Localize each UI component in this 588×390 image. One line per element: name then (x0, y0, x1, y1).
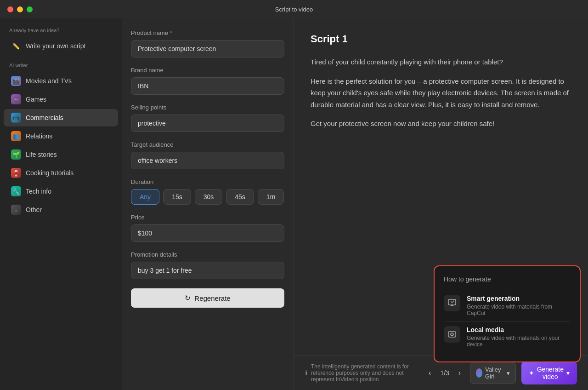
product-name-group: Product name * (131, 29, 284, 57)
sidebar-item-other[interactable]: ≡ Other (4, 201, 118, 218)
script-paragraph-2: Here is the perfect solution for you – a… (311, 75, 571, 111)
sidebar-item-life-stories[interactable]: 🌱 Life stories (4, 146, 118, 163)
sidebar-item-label: Tech info (26, 188, 51, 195)
script-nav: ‹ 1/3 › (425, 367, 464, 379)
chevron-down-icon: ▾ (507, 370, 510, 377)
cooking-icon: 🍷 (11, 168, 21, 178)
pencil-icon: ✏️ (11, 41, 21, 51)
duration-1m-btn[interactable]: 1m (258, 189, 284, 205)
titlebar-title: Script to video (275, 6, 313, 13)
sidebar-item-write-script[interactable]: ✏️ Write your own script (4, 37, 118, 55)
generate-popup: How to generate Smart generation Generat… (434, 265, 581, 362)
smart-generation-option[interactable]: Smart generation Generate video with mat… (444, 290, 571, 321)
target-audience-group: Target audience (131, 141, 284, 169)
duration-30s-btn[interactable]: 30s (195, 189, 223, 205)
product-name-input[interactable] (131, 40, 284, 57)
smart-gen-desc: Generate video with materials from CapCu… (467, 304, 571, 316)
nav-next-button[interactable]: › (455, 367, 464, 379)
other-icon: ≡ (11, 205, 21, 215)
script-panel: Script 1 Tired of your child constantly … (294, 18, 588, 390)
minimize-button[interactable] (17, 6, 23, 12)
voice-selector[interactable]: Valley Girl ▾ (470, 362, 515, 384)
target-audience-label: Target audience (131, 141, 284, 148)
generate-icon: ✦ (529, 369, 534, 377)
sidebar-item-movies[interactable]: 🎬 Movies and TVs (4, 72, 118, 90)
brand-name-label: Brand name (131, 67, 284, 74)
voice-avatar (476, 368, 482, 378)
selling-points-group: Selling points (131, 104, 284, 132)
sidebar-item-label: Other (26, 206, 42, 213)
script-paragraph-3: Get your protective screen now and keep … (311, 118, 571, 130)
script-title: Script 1 (311, 33, 571, 45)
product-name-label: Product name * (131, 29, 284, 36)
popup-title: How to generate (444, 275, 571, 283)
brand-name-group: Brand name (131, 67, 284, 95)
brand-name-input[interactable] (131, 77, 284, 95)
regenerate-label: Regenerate (194, 294, 230, 302)
titlebar-buttons (7, 6, 33, 12)
smart-gen-title: Smart generation (467, 295, 571, 302)
sidebar-item-label: Life stories (26, 151, 57, 158)
sidebar: Already have an idea? ✏️ Write your own … (0, 18, 122, 390)
smart-gen-icon (444, 295, 460, 311)
price-group: Price (131, 214, 284, 242)
required-star: * (170, 29, 172, 36)
generate-label: Generate video (537, 366, 564, 380)
regenerate-button[interactable]: ↻ Regenerate (131, 288, 284, 308)
target-audience-input[interactable] (131, 152, 284, 169)
local-media-text: Local media Generate video with material… (467, 326, 571, 348)
life-icon: 🌱 (11, 149, 21, 160)
script-info-text: The intelligently generated content is f… (311, 363, 425, 383)
promotion-group: Promotion details (131, 251, 284, 279)
duration-label: Duration (131, 178, 284, 185)
script-info: ℹ The intelligently generated content is… (305, 363, 425, 383)
commercials-icon: 📺 (11, 113, 21, 123)
duration-15s-btn[interactable]: 15s (163, 189, 191, 205)
price-input[interactable] (131, 224, 284, 242)
generate-chevron-icon: ▾ (566, 369, 570, 377)
movies-icon: 🎬 (11, 76, 21, 86)
sidebar-item-label: Commercials (26, 114, 63, 121)
sidebar-item-commercials[interactable]: 📺 Commercials (4, 109, 118, 126)
sidebar-item-label: Write your own script (26, 42, 85, 50)
pagination-label: 1/3 (440, 369, 449, 377)
duration-buttons: Any 15s 30s 45s 1m (131, 189, 284, 205)
generate-video-button[interactable]: ✦ Generate video ▾ (521, 361, 577, 384)
titlebar: Script to video (0, 0, 588, 18)
duration-group: Duration Any 15s 30s 45s 1m (131, 178, 284, 205)
price-label: Price (131, 214, 284, 221)
ai-writer-label: AI writer (0, 63, 122, 68)
promotion-label: Promotion details (131, 251, 284, 258)
script-body: Tired of your child constantly playing w… (311, 56, 571, 130)
sidebar-item-label: Movies and TVs (26, 77, 72, 85)
local-media-option[interactable]: Local media Generate video with material… (444, 321, 571, 352)
sidebar-item-cooking[interactable]: 🍷 Cooking tutorials (4, 164, 118, 182)
sidebar-item-relations[interactable]: 👥 Relations (4, 127, 118, 145)
sidebar-item-tech[interactable]: 🔧 Tech info (4, 183, 118, 200)
info-icon: ℹ (305, 369, 307, 377)
games-icon: 🎮 (11, 94, 21, 104)
maximize-button[interactable] (27, 6, 33, 12)
regenerate-icon: ↻ (185, 294, 191, 302)
already-have-idea-label: Already have an idea? (0, 28, 122, 33)
local-media-desc: Generate video with materials on your de… (467, 335, 571, 348)
tech-icon: 🔧 (11, 186, 21, 196)
sidebar-item-label: Relations (26, 132, 52, 140)
duration-45s-btn[interactable]: 45s (226, 189, 254, 205)
svg-rect-1 (451, 305, 453, 306)
sidebar-item-games[interactable]: 🎮 Games (4, 91, 118, 108)
voice-label: Valley Girl (485, 366, 504, 380)
duration-any-btn[interactable]: Any (131, 189, 159, 205)
smart-gen-text: Smart generation Generate video with mat… (467, 295, 571, 316)
local-media-icon (444, 326, 460, 343)
footer-right: ‹ 1/3 › Valley Girl ▾ ✦ Generate video ▾ (425, 361, 577, 384)
svg-rect-2 (448, 332, 456, 337)
local-media-title: Local media (467, 326, 571, 333)
sidebar-item-label: Games (26, 96, 46, 103)
promotion-input[interactable] (131, 262, 284, 279)
app-body: Already have an idea? ✏️ Write your own … (0, 18, 588, 390)
close-button[interactable] (7, 6, 13, 12)
relations-icon: 👥 (11, 131, 21, 141)
nav-prev-button[interactable]: ‹ (425, 367, 435, 379)
selling-points-input[interactable] (131, 115, 284, 132)
